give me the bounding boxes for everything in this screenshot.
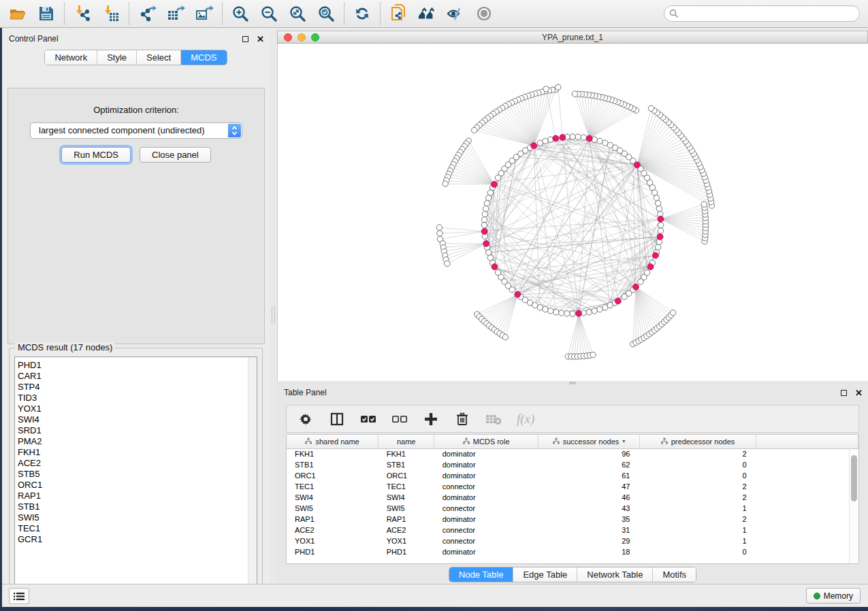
column-header-shared-name[interactable]: shared name <box>287 435 379 448</box>
table-cell[interactable]: 1 <box>639 525 756 535</box>
graph-node[interactable] <box>654 195 659 201</box>
graph-node[interactable] <box>509 287 515 293</box>
graph-node[interactable] <box>553 309 559 314</box>
table-cell[interactable]: TEC1 <box>379 481 434 492</box>
table-cell[interactable]: TEC1 <box>287 481 379 492</box>
graph-node[interactable] <box>537 140 543 146</box>
table-cell[interactable]: YOX1 <box>287 535 379 546</box>
deselect-all-rows-icon[interactable] <box>391 411 408 427</box>
maximize-window-icon[interactable] <box>311 33 319 42</box>
table-cell[interactable]: 2 <box>639 492 756 503</box>
save-session-icon[interactable] <box>37 4 56 23</box>
graph-hub-node[interactable] <box>492 264 498 270</box>
graph-node[interactable] <box>701 201 707 207</box>
table-row[interactable]: SWI5SWI5connector431 <box>287 503 858 514</box>
open-session-icon[interactable] <box>8 4 27 23</box>
graph-node[interactable] <box>658 222 664 228</box>
graph-node[interactable] <box>597 306 602 312</box>
add-column-icon[interactable] <box>423 411 439 427</box>
table-cell[interactable]: dominator <box>434 514 539 525</box>
table-cell[interactable]: RAP1 <box>379 514 434 525</box>
table-cell[interactable]: ORC1 <box>379 470 434 481</box>
table-cell[interactable]: 2 <box>639 448 756 459</box>
mcds-result-item[interactable]: STB5 <box>15 469 257 480</box>
table-cell[interactable]: dominator <box>434 459 539 470</box>
graph-node[interactable] <box>655 244 660 250</box>
table-cell[interactable]: dominator <box>434 470 539 481</box>
tab-network-table[interactable]: Network Table <box>577 567 652 582</box>
column-header-predecessor-nodes[interactable]: predecessor nodes <box>639 435 756 448</box>
graph-node[interactable] <box>481 217 487 222</box>
run-mcds-button[interactable]: Run MCDS <box>61 147 131 163</box>
graph-node[interactable] <box>575 134 581 139</box>
table-row[interactable]: TEC1TEC1connector472 <box>287 481 858 492</box>
close-panel-icon[interactable]: ✕ <box>257 36 264 42</box>
mcds-result-item[interactable]: SWI5 <box>15 512 257 523</box>
splitter-grip[interactable] <box>272 306 275 324</box>
graph-node[interactable] <box>597 138 602 144</box>
export-image-icon[interactable] <box>195 4 214 23</box>
mcds-result-item[interactable]: RAP1 <box>15 491 257 501</box>
table-cell[interactable]: FKH1 <box>379 448 434 459</box>
graph-hub-node[interactable] <box>634 162 640 168</box>
table-cell[interactable]: connector <box>434 481 539 492</box>
mcds-result-item[interactable]: SWI4 <box>15 414 257 425</box>
table-cell[interactable]: FKH1 <box>287 448 379 459</box>
table-row[interactable]: SWI4SWI4dominator462 <box>287 492 858 503</box>
float-panel-icon[interactable] <box>242 36 248 42</box>
tab-edge-table[interactable]: Edge Table <box>513 567 577 582</box>
settings-gear-icon[interactable] <box>298 411 314 427</box>
graph-node[interactable] <box>572 91 577 97</box>
graph-node[interactable] <box>590 352 596 357</box>
table-cell[interactable]: 0 <box>639 470 756 481</box>
graph-node[interactable] <box>537 305 543 310</box>
close-panel-button[interactable]: Close panel <box>140 147 211 163</box>
column-chooser-icon[interactable] <box>329 411 345 427</box>
share-document-icon[interactable] <box>389 4 408 23</box>
table-cell[interactable]: 47 <box>539 481 640 492</box>
graph-hub-node[interactable] <box>652 252 658 259</box>
tab-network[interactable]: Network <box>45 50 97 65</box>
graph-node[interactable] <box>445 261 450 266</box>
table-scrollbar[interactable] <box>849 449 858 563</box>
graph-node[interactable] <box>485 250 491 255</box>
refresh-layout-icon[interactable] <box>353 4 372 23</box>
vertical-splitter[interactable] <box>270 31 277 584</box>
table-cell[interactable]: 31 <box>539 525 640 535</box>
table-row[interactable]: ORC1ORC1dominator610 <box>287 470 858 481</box>
float-panel-icon[interactable] <box>841 390 847 396</box>
table-cell[interactable]: STB1 <box>379 459 434 470</box>
mcds-list-scrollbar[interactable] <box>248 357 257 594</box>
graph-hub-node[interactable] <box>553 135 559 142</box>
table-cell[interactable]: 18 <box>539 546 640 557</box>
graph-hub-node[interactable] <box>657 234 663 240</box>
graph-node[interactable] <box>502 334 508 340</box>
table-cell[interactable]: PHD1 <box>287 546 379 557</box>
close-panel-icon[interactable]: ✕ <box>855 390 863 396</box>
memory-button[interactable]: Memory <box>806 588 861 604</box>
graph-node[interactable] <box>556 84 561 90</box>
graph-node[interactable] <box>564 311 570 316</box>
graph-node[interactable] <box>655 200 660 205</box>
table-cell[interactable]: SWI5 <box>379 503 434 514</box>
mcds-result-item[interactable]: YOX1 <box>15 403 257 414</box>
graph-node[interactable] <box>443 181 448 186</box>
mcds-result-item[interactable]: PMA2 <box>15 436 257 447</box>
graph-hub-node[interactable] <box>576 310 582 316</box>
export-network-icon[interactable] <box>138 4 157 23</box>
table-row[interactable]: ACE2ACE2connector311 <box>287 525 858 535</box>
table-cell[interactable]: ACE2 <box>287 525 379 535</box>
zoom-selected-icon[interactable] <box>317 4 336 23</box>
graph-node[interactable] <box>543 86 549 92</box>
mcds-result-item[interactable]: GCR1 <box>15 534 257 545</box>
mcds-result-item[interactable]: TEC1 <box>15 523 257 534</box>
delete-column-icon[interactable] <box>454 411 470 427</box>
graph-node[interactable] <box>586 309 592 314</box>
table-cell[interactable]: ACE2 <box>379 525 434 535</box>
tab-style[interactable]: Style <box>97 50 136 65</box>
search-input[interactable] <box>664 5 860 22</box>
graph-node[interactable] <box>658 228 663 233</box>
column-header-MCDS-role[interactable]: MCDS role <box>434 435 539 448</box>
graph-node[interactable] <box>548 308 553 314</box>
graph-node[interactable] <box>602 140 608 146</box>
